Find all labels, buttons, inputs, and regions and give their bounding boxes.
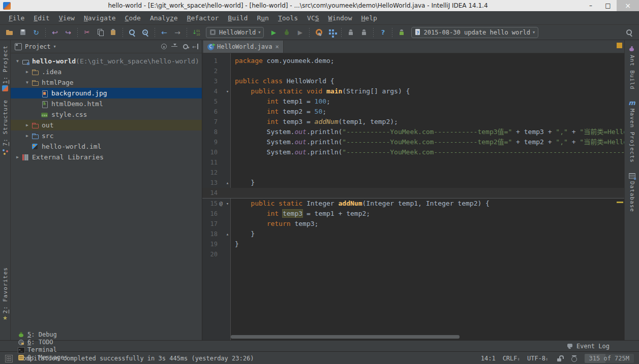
- tree-collapsed-icon[interactable]: ▶: [14, 155, 21, 159]
- debug-button[interactable]: [280, 26, 293, 39]
- menu-item-navigate[interactable]: Navigate: [79, 14, 120, 22]
- code-line[interactable]: 16 int temp3 = temp1 + temp2;: [202, 209, 624, 219]
- menu-item-file[interactable]: File: [4, 14, 29, 22]
- hector-inspector-icon[interactable]: [570, 355, 577, 362]
- tree-expanded-icon[interactable]: ▼: [14, 59, 21, 63]
- tree-collapsed-icon[interactable]: ▶: [23, 134, 31, 138]
- tree-item-hello-world[interactable]: ▼hello-world (E:\git_work_space\hello-wo…: [11, 56, 202, 67]
- code-line[interactable]: 3public class HelloWorld {: [202, 76, 624, 86]
- settings-gear-icon[interactable]: [181, 43, 189, 50]
- coverage-button[interactable]: ▶: [293, 26, 307, 39]
- tool-button-7-structure[interactable]: 7: Structure: [1, 100, 9, 155]
- code-line[interactable]: 18▴ }: [202, 229, 624, 239]
- minimize-button[interactable]: –: [582, 0, 599, 11]
- menu-item-code[interactable]: Code: [120, 14, 145, 22]
- android-ddms-button[interactable]: [357, 26, 371, 39]
- code-editor-area[interactable]: 1package com.youmeek.demo;23public class…: [202, 53, 624, 340]
- open-project-button[interactable]: [3, 26, 16, 39]
- project-view-selector[interactable]: Project ▼: [25, 43, 56, 50]
- code-line[interactable]: 4▾ public static void main(String[] args…: [202, 86, 624, 96]
- tool-button-1-project[interactable]: 1: Project: [2, 45, 9, 91]
- back-button[interactable]: ←: [158, 26, 171, 39]
- tree-item-background-jpg[interactable]: background.jpg: [11, 88, 202, 98]
- android-avd-button[interactable]: [395, 26, 408, 39]
- project-structure-button[interactable]: [325, 26, 339, 39]
- code-line[interactable]: 6 int temp2 = 50;: [202, 107, 624, 117]
- tree-item-htmldemo-html[interactable]: htmlDemo.html: [11, 98, 202, 109]
- code-line[interactable]: 13▴ }: [202, 178, 624, 188]
- code-line[interactable]: 5 int temp1 = 100;: [202, 96, 624, 107]
- fold-close-icon[interactable]: ▴: [224, 178, 231, 188]
- tool-button-ant-build[interactable]: Ant Build: [628, 45, 636, 90]
- synchronize-button[interactable]: ↻: [29, 26, 43, 39]
- fold-open-icon[interactable]: ▾: [224, 198, 231, 209]
- redo-button[interactable]: ↪: [62, 26, 75, 39]
- menu-item-build[interactable]: Build: [223, 14, 252, 22]
- code-line[interactable]: 10 System.out.println("-----------YouMee…: [202, 147, 624, 157]
- code-line[interactable]: 7 int temp3 = addNum(temp1, temp2);: [202, 117, 624, 127]
- code-line[interactable]: 1package com.youmeek.demo;: [202, 56, 624, 66]
- replace-button[interactable]: [139, 26, 152, 39]
- tree-item-hello-world-iml[interactable]: hello-world.iml: [11, 141, 202, 152]
- vcs-message-combo[interactable]: 2015-08-30 update hello world▼: [411, 27, 538, 38]
- forward-button[interactable]: →: [171, 26, 184, 39]
- tree-item-style-css[interactable]: style.css: [11, 109, 202, 120]
- help-button[interactable]: ?: [376, 26, 389, 39]
- menu-item-refactor[interactable]: Refactor: [182, 14, 224, 22]
- close-tab-icon[interactable]: ×: [275, 43, 279, 50]
- fold-open-icon[interactable]: ▾: [224, 86, 231, 96]
- tree-collapsed-icon[interactable]: ▶: [23, 123, 31, 127]
- tool-button-maven-projects[interactable]: mMaven Projects: [628, 99, 636, 163]
- search-everywhere-button[interactable]: [623, 26, 636, 39]
- settings-button[interactable]: [312, 26, 325, 39]
- code-line[interactable]: 15@▾ public static Integer addNum(Intege…: [202, 198, 624, 209]
- fold-close-icon[interactable]: ▴: [224, 229, 231, 239]
- code-line[interactable]: 14: [202, 188, 624, 198]
- lock-icon[interactable]: [556, 355, 563, 362]
- tree-item-src[interactable]: ▶src: [11, 130, 202, 141]
- tree-item-out[interactable]: ▶out: [11, 120, 202, 130]
- code-line[interactable]: 12: [202, 168, 624, 178]
- menu-item-run[interactable]: Run: [252, 14, 273, 22]
- collapse-all-icon[interactable]: [171, 43, 178, 50]
- code-line[interactable]: 17 return temp3;: [202, 219, 624, 229]
- menu-item-tools[interactable]: Tools: [273, 14, 302, 22]
- tree-item-idea[interactable]: ▶.idea: [11, 67, 202, 77]
- android-sdk-button[interactable]: [344, 26, 357, 39]
- code-line[interactable]: 19}: [202, 239, 624, 249]
- run-configuration-combo[interactable]: HelloWorld▼: [206, 27, 264, 38]
- menu-item-vcs[interactable]: VCS: [302, 14, 323, 22]
- menu-item-edit[interactable]: Edit: [29, 14, 54, 22]
- tree-expanded-icon[interactable]: ▼: [23, 80, 31, 85]
- paste-button[interactable]: [107, 26, 120, 39]
- caret-position[interactable]: 14:1: [481, 355, 496, 362]
- undo-button[interactable]: ↩: [48, 26, 62, 39]
- line-ending-selector[interactable]: CRLF↕: [503, 355, 520, 362]
- run-button[interactable]: ▶: [267, 26, 280, 39]
- code-line[interactable]: 20: [202, 249, 624, 259]
- tree-item-htmlpage[interactable]: ▼htmlPage: [11, 77, 202, 88]
- tool-button-2-favorites[interactable]: 2: Favorites★: [1, 267, 9, 323]
- tool-button-database[interactable]: Database: [628, 172, 636, 212]
- tool-button-terminal[interactable]: Terminal: [17, 346, 68, 354]
- scroll-to-source-icon[interactable]: [160, 43, 168, 50]
- inspection-status-icon[interactable]: [617, 43, 622, 48]
- memory-indicator[interactable]: 315 of 725M: [585, 354, 634, 363]
- code-line[interactable]: 9 System.out.println("-----------YouMeek…: [202, 137, 624, 147]
- copy-button[interactable]: [94, 26, 107, 39]
- horizontal-scrollbar[interactable]: [231, 335, 460, 339]
- encoding-selector[interactable]: UTF-8↕: [527, 355, 549, 362]
- save-all-button[interactable]: [16, 26, 29, 39]
- cut-button[interactable]: ✂: [80, 26, 94, 39]
- code-line[interactable]: 11: [202, 157, 624, 168]
- code-line[interactable]: 2: [202, 66, 624, 76]
- tab-helloworld-java[interactable]: C HelloWorld.java ×: [203, 41, 284, 53]
- tool-button-event-log[interactable]: Event Log: [566, 342, 610, 350]
- tool-button-5-debug[interactable]: 5: Debug: [17, 331, 68, 339]
- tool-button-6-todo[interactable]: 6: TODO: [17, 339, 68, 346]
- hide-panel-icon[interactable]: [192, 43, 200, 50]
- menu-item-window[interactable]: Window: [324, 14, 357, 22]
- error-stripe-mark[interactable]: [617, 202, 623, 203]
- tree-collapsed-icon[interactable]: ▶: [23, 70, 31, 74]
- menu-item-analyze[interactable]: Analyze: [145, 14, 182, 22]
